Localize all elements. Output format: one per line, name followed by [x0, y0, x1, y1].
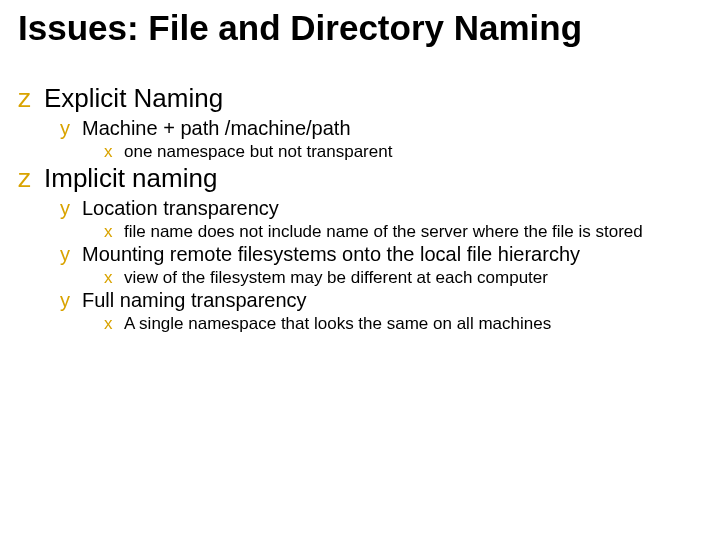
- outline-item: xview of the filesystem may be different…: [104, 267, 702, 288]
- outline-item-text: Explicit Naming: [44, 83, 702, 114]
- outline-item: yLocation transparency: [60, 196, 702, 221]
- outline-item: zImplicit naming: [18, 163, 702, 194]
- outline-item-text: Full naming transparency: [82, 288, 702, 313]
- bullet-marker: z: [18, 163, 44, 194]
- outline-item: yMounting remote filesystems onto the lo…: [60, 242, 702, 267]
- outline-item-text: Implicit naming: [44, 163, 702, 194]
- outline-list: zExplicit NamingyMachine + path /machine…: [18, 83, 702, 334]
- outline-item-text: Mounting remote filesystems onto the loc…: [82, 242, 702, 267]
- outline-item: xA single namespace that looks the same …: [104, 313, 702, 334]
- outline-item-text: A single namespace that looks the same o…: [124, 313, 702, 334]
- bullet-marker: x: [104, 313, 124, 334]
- outline-item: xone namespace but not transparent: [104, 141, 702, 162]
- bullet-marker: y: [60, 242, 82, 267]
- bullet-marker: z: [18, 83, 44, 114]
- outline-item-text: view of the filesystem may be different …: [124, 267, 702, 288]
- page-title: Issues: File and Directory Naming: [18, 8, 702, 47]
- outline-item: zExplicit Naming: [18, 83, 702, 114]
- outline-item-text: file name does not include name of the s…: [124, 221, 702, 242]
- bullet-marker: y: [60, 196, 82, 221]
- bullet-marker: x: [104, 141, 124, 162]
- outline-item-text: one namespace but not transparent: [124, 141, 702, 162]
- bullet-marker: y: [60, 288, 82, 313]
- bullet-marker: x: [104, 221, 124, 242]
- outline-item-text: Machine + path /machine/path: [82, 116, 702, 141]
- outline-item: xfile name does not include name of the …: [104, 221, 702, 242]
- outline-item: yMachine + path /machine/path: [60, 116, 702, 141]
- outline-item: yFull naming transparency: [60, 288, 702, 313]
- bullet-marker: x: [104, 267, 124, 288]
- outline-item-text: Location transparency: [82, 196, 702, 221]
- bullet-marker: y: [60, 116, 82, 141]
